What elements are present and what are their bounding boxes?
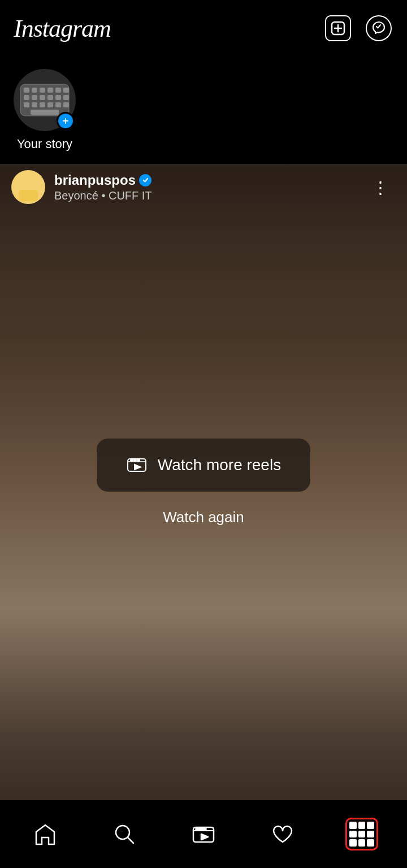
svg-line-34 <box>128 837 133 843</box>
watch-more-reels-label: Watch more reels <box>158 456 281 474</box>
nav-reels[interactable] <box>164 800 243 868</box>
svg-rect-11 <box>32 95 37 100</box>
svg-rect-5 <box>32 88 37 93</box>
header-actions <box>323 14 393 43</box>
svg-rect-19 <box>47 102 53 107</box>
nav-activity[interactable] <box>243 800 322 868</box>
instagram-logo: Instagram <box>14 14 111 43</box>
post-subtitle: Beyoncé • CUFF IT <box>54 189 366 202</box>
reels-icon <box>126 454 148 476</box>
watch-again-label: Watch again <box>163 509 244 526</box>
nav-profile[interactable] <box>322 800 401 868</box>
post-user-avatar-img <box>14 173 42 201</box>
svg-rect-20 <box>55 102 61 107</box>
post-username[interactable]: brianpuspos <box>54 172 136 188</box>
add-story-button[interactable]: + <box>57 112 75 130</box>
watch-again-button[interactable]: Watch again <box>163 509 244 526</box>
bottom-nav <box>0 800 407 868</box>
your-story-label: Your story <box>17 137 72 151</box>
svg-rect-8 <box>55 88 61 93</box>
checkmark-icon <box>142 176 149 184</box>
svg-point-29 <box>131 459 133 461</box>
messenger-button[interactable] <box>364 14 393 43</box>
post-more-button[interactable]: ⋮ <box>366 172 396 203</box>
svg-rect-15 <box>63 95 69 100</box>
profile-active-indicator <box>345 818 378 850</box>
svg-rect-4 <box>24 88 29 93</box>
your-story-avatar-wrapper: + <box>14 69 76 131</box>
add-post-icon <box>325 15 351 41</box>
post-header: brianpuspos Beyoncé • CUFF IT ⋮ <box>0 164 407 210</box>
home-icon <box>31 819 60 849</box>
svg-marker-40 <box>201 834 208 840</box>
stories-row: + Your story <box>0 57 407 164</box>
post-user-info: brianpuspos Beyoncé • CUFF IT <box>54 172 366 202</box>
svg-rect-26 <box>19 190 38 201</box>
header: Instagram <box>0 0 407 57</box>
add-post-button[interactable] <box>323 14 353 43</box>
nav-search[interactable] <box>85 800 164 868</box>
svg-rect-9 <box>63 88 69 93</box>
svg-rect-18 <box>40 102 45 107</box>
your-story-item[interactable]: + Your story <box>14 69 76 151</box>
messenger-icon <box>366 15 392 41</box>
reels-svg-icon <box>126 454 148 476</box>
svg-point-38 <box>200 828 202 831</box>
search-icon <box>110 819 139 849</box>
post-username-row: brianpuspos <box>54 172 366 188</box>
svg-rect-13 <box>47 95 53 100</box>
heart-icon <box>268 819 297 849</box>
post-avatar[interactable] <box>11 170 45 204</box>
svg-point-31 <box>137 459 140 461</box>
svg-rect-21 <box>63 102 69 107</box>
svg-rect-6 <box>40 88 45 93</box>
overlay-center: Watch more reels Watch again <box>0 164 407 800</box>
svg-rect-22 <box>31 110 59 115</box>
nav-home[interactable] <box>6 800 85 868</box>
svg-rect-16 <box>24 102 29 107</box>
watch-more-reels-button[interactable]: Watch more reels <box>97 439 310 492</box>
profile-grid-icon <box>349 822 374 847</box>
svg-rect-7 <box>47 88 53 93</box>
svg-rect-14 <box>55 95 61 100</box>
svg-rect-17 <box>32 102 37 107</box>
svg-point-39 <box>204 828 206 831</box>
svg-marker-32 <box>135 465 141 470</box>
svg-rect-12 <box>40 95 45 100</box>
reels-nav-icon <box>189 819 218 849</box>
svg-point-37 <box>196 828 199 831</box>
svg-rect-10 <box>24 95 29 100</box>
verified-badge <box>139 174 151 186</box>
svg-point-30 <box>134 459 136 461</box>
